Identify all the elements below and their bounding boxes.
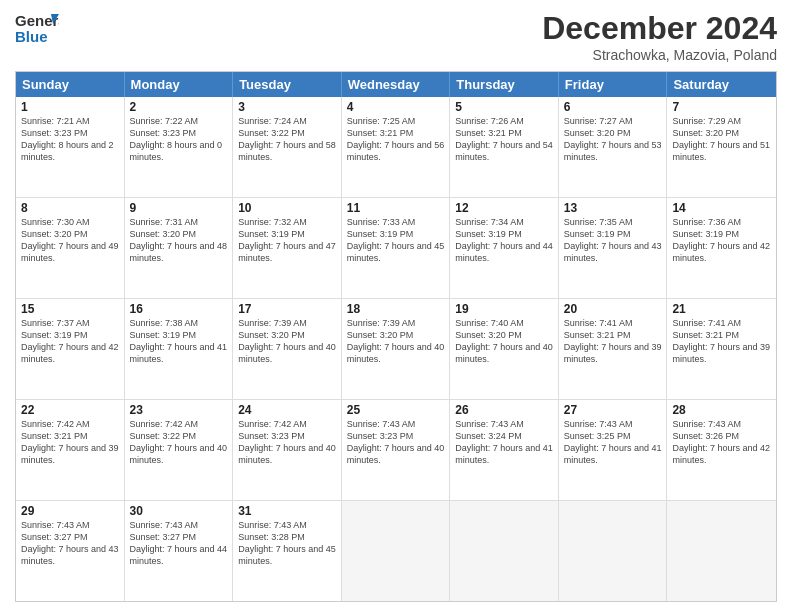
calendar-cell — [667, 501, 776, 601]
day-info: Sunrise: 7:37 AMSunset: 3:19 PMDaylight:… — [21, 317, 119, 366]
day-info: Sunrise: 7:36 AMSunset: 3:19 PMDaylight:… — [672, 216, 771, 265]
day-number: 8 — [21, 201, 119, 215]
day-info: Sunrise: 7:43 AMSunset: 3:23 PMDaylight:… — [347, 418, 445, 467]
calendar-cell: 27Sunrise: 7:43 AMSunset: 3:25 PMDayligh… — [559, 400, 668, 500]
calendar-row-4: 22Sunrise: 7:42 AMSunset: 3:21 PMDayligh… — [16, 399, 776, 500]
calendar-cell: 29Sunrise: 7:43 AMSunset: 3:27 PMDayligh… — [16, 501, 125, 601]
calendar-cell — [559, 501, 668, 601]
day-number: 2 — [130, 100, 228, 114]
calendar-cell — [342, 501, 451, 601]
day-info: Sunrise: 7:43 AMSunset: 3:27 PMDaylight:… — [21, 519, 119, 568]
day-info: Sunrise: 7:43 AMSunset: 3:27 PMDaylight:… — [130, 519, 228, 568]
calendar-cell: 15Sunrise: 7:37 AMSunset: 3:19 PMDayligh… — [16, 299, 125, 399]
day-info: Sunrise: 7:30 AMSunset: 3:20 PMDaylight:… — [21, 216, 119, 265]
calendar-cell: 3Sunrise: 7:24 AMSunset: 3:22 PMDaylight… — [233, 97, 342, 197]
day-info: Sunrise: 7:40 AMSunset: 3:20 PMDaylight:… — [455, 317, 553, 366]
calendar-cell: 8Sunrise: 7:30 AMSunset: 3:20 PMDaylight… — [16, 198, 125, 298]
day-number: 18 — [347, 302, 445, 316]
calendar: SundayMondayTuesdayWednesdayThursdayFrid… — [15, 71, 777, 602]
logo-icon: General Blue — [15, 10, 59, 48]
calendar-cell: 18Sunrise: 7:39 AMSunset: 3:20 PMDayligh… — [342, 299, 451, 399]
calendar-cell: 24Sunrise: 7:42 AMSunset: 3:23 PMDayligh… — [233, 400, 342, 500]
day-number: 31 — [238, 504, 336, 518]
day-number: 6 — [564, 100, 662, 114]
calendar-row-3: 15Sunrise: 7:37 AMSunset: 3:19 PMDayligh… — [16, 298, 776, 399]
day-info: Sunrise: 7:38 AMSunset: 3:19 PMDaylight:… — [130, 317, 228, 366]
day-info: Sunrise: 7:41 AMSunset: 3:21 PMDaylight:… — [672, 317, 771, 366]
day-info: Sunrise: 7:25 AMSunset: 3:21 PMDaylight:… — [347, 115, 445, 164]
calendar-cell: 30Sunrise: 7:43 AMSunset: 3:27 PMDayligh… — [125, 501, 234, 601]
calendar-row-5: 29Sunrise: 7:43 AMSunset: 3:27 PMDayligh… — [16, 500, 776, 601]
page: General Blue December 2024 Strachowka, M… — [0, 0, 792, 612]
day-number: 24 — [238, 403, 336, 417]
day-number: 16 — [130, 302, 228, 316]
calendar-cell: 12Sunrise: 7:34 AMSunset: 3:19 PMDayligh… — [450, 198, 559, 298]
day-number: 30 — [130, 504, 228, 518]
day-number: 25 — [347, 403, 445, 417]
logo: General Blue — [15, 10, 59, 48]
day-number: 7 — [672, 100, 771, 114]
day-info: Sunrise: 7:43 AMSunset: 3:24 PMDaylight:… — [455, 418, 553, 467]
day-number: 27 — [564, 403, 662, 417]
calendar-body: 1Sunrise: 7:21 AMSunset: 3:23 PMDaylight… — [16, 97, 776, 601]
day-number: 14 — [672, 201, 771, 215]
calendar-cell: 23Sunrise: 7:42 AMSunset: 3:22 PMDayligh… — [125, 400, 234, 500]
calendar-cell: 10Sunrise: 7:32 AMSunset: 3:19 PMDayligh… — [233, 198, 342, 298]
day-number: 3 — [238, 100, 336, 114]
day-header-sunday: Sunday — [16, 72, 125, 97]
calendar-cell: 13Sunrise: 7:35 AMSunset: 3:19 PMDayligh… — [559, 198, 668, 298]
calendar-cell: 19Sunrise: 7:40 AMSunset: 3:20 PMDayligh… — [450, 299, 559, 399]
day-info: Sunrise: 7:33 AMSunset: 3:19 PMDaylight:… — [347, 216, 445, 265]
day-number: 15 — [21, 302, 119, 316]
month-title: December 2024 — [542, 10, 777, 47]
day-info: Sunrise: 7:26 AMSunset: 3:21 PMDaylight:… — [455, 115, 553, 164]
calendar-cell: 11Sunrise: 7:33 AMSunset: 3:19 PMDayligh… — [342, 198, 451, 298]
day-number: 17 — [238, 302, 336, 316]
calendar-cell: 28Sunrise: 7:43 AMSunset: 3:26 PMDayligh… — [667, 400, 776, 500]
calendar-row-1: 1Sunrise: 7:21 AMSunset: 3:23 PMDaylight… — [16, 97, 776, 197]
day-info: Sunrise: 7:39 AMSunset: 3:20 PMDaylight:… — [238, 317, 336, 366]
calendar-cell: 6Sunrise: 7:27 AMSunset: 3:20 PMDaylight… — [559, 97, 668, 197]
day-info: Sunrise: 7:42 AMSunset: 3:22 PMDaylight:… — [130, 418, 228, 467]
calendar-cell: 5Sunrise: 7:26 AMSunset: 3:21 PMDaylight… — [450, 97, 559, 197]
calendar-cell: 16Sunrise: 7:38 AMSunset: 3:19 PMDayligh… — [125, 299, 234, 399]
calendar-cell: 7Sunrise: 7:29 AMSunset: 3:20 PMDaylight… — [667, 97, 776, 197]
day-number: 28 — [672, 403, 771, 417]
day-header-thursday: Thursday — [450, 72, 559, 97]
day-info: Sunrise: 7:43 AMSunset: 3:26 PMDaylight:… — [672, 418, 771, 467]
day-info: Sunrise: 7:34 AMSunset: 3:19 PMDaylight:… — [455, 216, 553, 265]
calendar-cell: 20Sunrise: 7:41 AMSunset: 3:21 PMDayligh… — [559, 299, 668, 399]
day-number: 29 — [21, 504, 119, 518]
day-number: 26 — [455, 403, 553, 417]
day-number: 1 — [21, 100, 119, 114]
day-number: 4 — [347, 100, 445, 114]
calendar-cell: 31Sunrise: 7:43 AMSunset: 3:28 PMDayligh… — [233, 501, 342, 601]
day-info: Sunrise: 7:31 AMSunset: 3:20 PMDaylight:… — [130, 216, 228, 265]
calendar-cell: 9Sunrise: 7:31 AMSunset: 3:20 PMDaylight… — [125, 198, 234, 298]
day-header-wednesday: Wednesday — [342, 72, 451, 97]
day-header-tuesday: Tuesday — [233, 72, 342, 97]
day-info: Sunrise: 7:39 AMSunset: 3:20 PMDaylight:… — [347, 317, 445, 366]
calendar-cell — [450, 501, 559, 601]
calendar-cell: 4Sunrise: 7:25 AMSunset: 3:21 PMDaylight… — [342, 97, 451, 197]
day-number: 20 — [564, 302, 662, 316]
day-info: Sunrise: 7:29 AMSunset: 3:20 PMDaylight:… — [672, 115, 771, 164]
day-number: 19 — [455, 302, 553, 316]
day-info: Sunrise: 7:43 AMSunset: 3:28 PMDaylight:… — [238, 519, 336, 568]
day-header-friday: Friday — [559, 72, 668, 97]
location: Strachowka, Mazovia, Poland — [542, 47, 777, 63]
day-number: 21 — [672, 302, 771, 316]
calendar-cell: 17Sunrise: 7:39 AMSunset: 3:20 PMDayligh… — [233, 299, 342, 399]
day-number: 5 — [455, 100, 553, 114]
day-info: Sunrise: 7:35 AMSunset: 3:19 PMDaylight:… — [564, 216, 662, 265]
day-info: Sunrise: 7:22 AMSunset: 3:23 PMDaylight:… — [130, 115, 228, 164]
calendar-cell: 14Sunrise: 7:36 AMSunset: 3:19 PMDayligh… — [667, 198, 776, 298]
day-number: 12 — [455, 201, 553, 215]
day-info: Sunrise: 7:32 AMSunset: 3:19 PMDaylight:… — [238, 216, 336, 265]
day-number: 13 — [564, 201, 662, 215]
title-block: December 2024 Strachowka, Mazovia, Polan… — [542, 10, 777, 63]
calendar-row-2: 8Sunrise: 7:30 AMSunset: 3:20 PMDaylight… — [16, 197, 776, 298]
day-header-saturday: Saturday — [667, 72, 776, 97]
day-number: 22 — [21, 403, 119, 417]
calendar-cell: 2Sunrise: 7:22 AMSunset: 3:23 PMDaylight… — [125, 97, 234, 197]
